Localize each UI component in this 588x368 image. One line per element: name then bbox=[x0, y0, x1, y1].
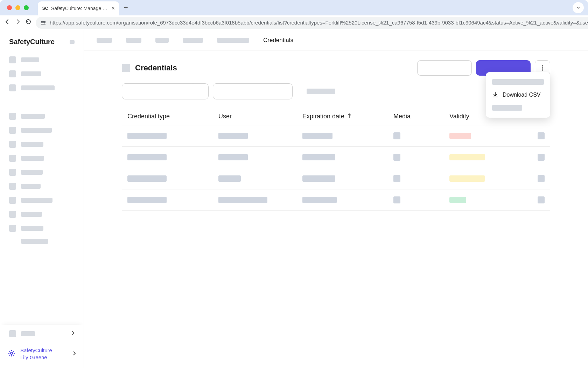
media-placeholder bbox=[393, 196, 400, 203]
table-row[interactable] bbox=[122, 147, 550, 168]
filter-chip[interactable] bbox=[213, 83, 277, 99]
gear-icon bbox=[8, 349, 15, 359]
nav-item[interactable] bbox=[9, 179, 75, 193]
filter-chip-toggle[interactable] bbox=[277, 83, 293, 99]
row-action-button[interactable] bbox=[538, 132, 545, 139]
cell-placeholder bbox=[218, 197, 267, 203]
nav-icon-placeholder bbox=[9, 225, 16, 232]
nav-icon-placeholder bbox=[9, 127, 16, 134]
nav-item[interactable] bbox=[9, 235, 75, 247]
page-title: Credentials bbox=[135, 63, 177, 72]
menu-item-download-csv[interactable]: Download CSV bbox=[486, 88, 550, 102]
nav-item[interactable] bbox=[9, 109, 75, 123]
cell-placeholder bbox=[127, 175, 167, 182]
table-row[interactable] bbox=[122, 168, 550, 189]
maximize-window-icon[interactable] bbox=[24, 5, 29, 10]
sidebar-bottom-item[interactable] bbox=[0, 325, 84, 342]
top-tab[interactable] bbox=[155, 38, 169, 43]
column-header-media[interactable]: Media bbox=[393, 113, 449, 120]
close-tab-icon[interactable]: × bbox=[112, 5, 115, 12]
nav-label-placeholder bbox=[21, 142, 43, 147]
row-action-button[interactable] bbox=[538, 154, 545, 161]
sidebar-collapse-icon[interactable] bbox=[70, 40, 75, 44]
reload-button[interactable] bbox=[25, 19, 31, 27]
browser-chrome: SC SafetyCulture: Manage Teams and... × … bbox=[0, 0, 588, 30]
nav-item[interactable] bbox=[9, 165, 75, 179]
nav-item[interactable] bbox=[9, 151, 75, 165]
nav-label-placeholder bbox=[21, 170, 43, 175]
media-placeholder bbox=[393, 132, 400, 139]
new-tab-button[interactable]: + bbox=[124, 4, 128, 12]
credentials-table: Credential type User Expiration date Med… bbox=[122, 108, 550, 211]
table-row[interactable] bbox=[122, 125, 550, 147]
app-root: SafetyCulture bbox=[0, 30, 588, 368]
column-header-expiration[interactable]: Expiration date bbox=[302, 113, 393, 120]
sidebar-bottom: SafetyCulture Lily Greene bbox=[0, 325, 84, 368]
add-filter-button[interactable] bbox=[307, 89, 335, 94]
column-header-user[interactable]: User bbox=[218, 113, 302, 120]
secondary-action-button[interactable] bbox=[417, 60, 472, 76]
site-settings-icon[interactable] bbox=[41, 20, 46, 26]
nav-icon-placeholder bbox=[9, 197, 16, 204]
menu-item-label: Download CSV bbox=[503, 92, 541, 98]
menu-item[interactable] bbox=[486, 102, 550, 114]
more-vertical-icon bbox=[542, 65, 543, 71]
nav-group-primary bbox=[0, 49, 84, 98]
download-icon bbox=[492, 92, 498, 98]
page-header: Credentials bbox=[122, 60, 550, 76]
cell-placeholder bbox=[218, 154, 248, 160]
nav-item[interactable] bbox=[9, 137, 75, 151]
cell-placeholder bbox=[218, 175, 241, 182]
nav-item[interactable] bbox=[9, 193, 75, 207]
window-controls bbox=[7, 5, 29, 10]
minimize-window-icon[interactable] bbox=[15, 5, 20, 10]
org-switcher[interactable]: SafetyCulture Lily Greene bbox=[0, 342, 84, 368]
sort-ascending-icon bbox=[347, 113, 351, 120]
nav-item[interactable] bbox=[9, 123, 75, 137]
browser-tab[interactable]: SC SafetyCulture: Manage Teams and... × bbox=[38, 1, 119, 15]
nav-label-placeholder bbox=[21, 156, 44, 161]
nav-icon-placeholder bbox=[9, 113, 16, 120]
nav-icon-placeholder bbox=[9, 183, 16, 190]
filter-chip[interactable] bbox=[122, 83, 193, 99]
cell-placeholder bbox=[218, 133, 248, 139]
nav-item[interactable] bbox=[9, 53, 75, 67]
close-window-icon[interactable] bbox=[7, 5, 12, 10]
arrow-left-icon bbox=[4, 19, 10, 25]
nav-icon-placeholder bbox=[9, 56, 16, 63]
nav-icon-placeholder bbox=[9, 84, 16, 91]
menu-item[interactable] bbox=[486, 76, 550, 88]
back-button[interactable] bbox=[4, 19, 10, 27]
svg-point-3 bbox=[42, 21, 43, 22]
chevron-right-icon bbox=[72, 351, 76, 357]
column-header-type[interactable]: Credential type bbox=[127, 113, 218, 120]
tab-overflow-button[interactable] bbox=[573, 2, 584, 13]
nav-item[interactable] bbox=[9, 207, 75, 221]
svg-point-12 bbox=[10, 352, 13, 354]
top-tab[interactable] bbox=[217, 38, 249, 43]
top-tab-credentials[interactable]: Credentials bbox=[263, 37, 293, 44]
sidebar-header: SafetyCulture bbox=[0, 30, 84, 49]
nav-item[interactable] bbox=[9, 221, 75, 235]
cell-placeholder bbox=[302, 133, 332, 139]
nav-icon-placeholder bbox=[9, 155, 16, 162]
nav-label-placeholder bbox=[21, 128, 52, 133]
column-header-expiration-label: Expiration date bbox=[302, 113, 344, 120]
nav-group-secondary bbox=[0, 106, 84, 251]
validity-badge-valid bbox=[449, 197, 466, 203]
forward-button[interactable] bbox=[15, 19, 21, 27]
filter-chip-toggle[interactable] bbox=[193, 83, 209, 99]
nav-label-placeholder bbox=[21, 114, 45, 119]
nav-icon-placeholder bbox=[9, 211, 16, 218]
address-bar[interactable]: https://app.safetyculture.com/organisati… bbox=[36, 17, 588, 29]
row-action-button[interactable] bbox=[538, 196, 545, 203]
top-tab[interactable] bbox=[183, 38, 203, 43]
top-tab[interactable] bbox=[126, 38, 141, 43]
top-tab[interactable] bbox=[97, 38, 112, 43]
table-row[interactable] bbox=[122, 189, 550, 211]
arrow-right-icon bbox=[15, 19, 21, 25]
svg-point-15 bbox=[542, 69, 543, 70]
row-action-button[interactable] bbox=[538, 175, 545, 182]
nav-item[interactable] bbox=[9, 67, 75, 81]
nav-item[interactable] bbox=[9, 81, 75, 95]
